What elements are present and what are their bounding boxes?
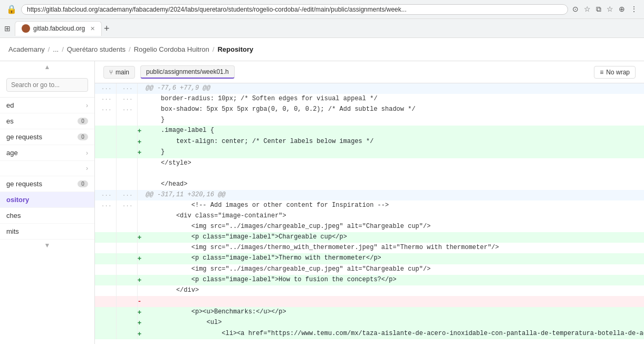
tab-label: gitlab.fabcloud.org — [33, 25, 85, 32]
diff-sign — [137, 190, 141, 200]
branch-selector[interactable]: ⑂ main — [103, 66, 135, 79]
no-wrap-label: No wrap — [606, 69, 630, 76]
diff-table: ... ... @@ -77,6 +77,9 @@ ... ... border… — [95, 83, 644, 339]
bookmark-icon[interactable]: ☆ — [607, 5, 613, 14]
gutter-new: ... — [116, 200, 137, 211]
gutter-new — [116, 115, 137, 126]
gutter-new — [116, 296, 137, 307]
diff-row: </style> — [95, 158, 644, 169]
gutter-old — [95, 147, 116, 158]
sidebar: ▲ ed › es 0 ge requests 0 age › › ge req… — [0, 61, 95, 344]
browser-url[interactable]: https://gitlab.fabcloud.org/academany/fa… — [21, 4, 568, 15]
branch-icon: ⑂ — [109, 69, 113, 76]
sidebar-item-label: mits — [6, 227, 19, 235]
gutter-new — [116, 147, 137, 158]
gutter-old — [95, 275, 116, 286]
sidebar-toggle-icon[interactable]: ⊞ — [4, 24, 11, 33]
diff-sign: + — [137, 147, 141, 158]
breadcrumb-sep1: / — [48, 45, 50, 53]
diff-row-added: + <p><u>Benchmarks:</u></p> — [95, 307, 644, 318]
sidebar-item-label: es — [6, 117, 14, 125]
gutter-new — [116, 264, 137, 275]
diff-code: <li><a href="https://www.temu.com/mx/taz… — [141, 329, 644, 340]
gutter-old — [95, 307, 116, 318]
breadcrumb-more[interactable]: ... — [53, 45, 59, 53]
diff-sign — [137, 83, 141, 94]
diff-sign — [137, 264, 141, 275]
diff-code: <div class="image-container"> — [141, 211, 644, 222]
menu-icon[interactable]: ⋮ — [630, 5, 638, 14]
star-icon[interactable]: ☆ — [584, 5, 591, 14]
sidebar-search-container — [0, 73, 94, 98]
diff-sign: + — [137, 329, 141, 340]
reader-icon[interactable]: ⊙ — [572, 5, 579, 14]
diff-row-added: + <p class="image-label">How to fusion t… — [95, 275, 644, 286]
diff-code: <p class="image-label">Chargeable cup</p… — [141, 232, 644, 243]
breadcrumb-rogelio[interactable]: Rogelio Cordoba Huitron — [134, 45, 209, 53]
diff-row: ... ... box-shadow: 5px 5px 5px rgba(0, … — [95, 104, 644, 115]
diff-viewer[interactable]: ... ... @@ -77,6 +77,9 @@ ... ... border… — [95, 83, 644, 344]
sidebar-item-age[interactable]: age › — [0, 145, 94, 161]
search-input[interactable] — [6, 78, 88, 92]
diff-code: <img src="../images/chargeable_cup.jpeg"… — [141, 222, 644, 232]
diff-code: <!-- Add images or other content for Ins… — [141, 200, 644, 211]
diff-code: </style> — [141, 158, 644, 169]
diff-row-removed: - — [95, 296, 644, 307]
sidebar-item-ge-requests-2[interactable]: ge requests 0 — [0, 176, 94, 192]
profile-icon[interactable]: ⊕ — [619, 5, 625, 14]
lock-icon: 🔒 — [6, 4, 17, 14]
file-path-text: public/assignments/week01.h — [146, 68, 229, 75]
diff-code: box-shadow: 5px 5px 5px rgba(0, 0, 0, 0.… — [141, 104, 644, 115]
sidebar-item-es[interactable]: es 0 — [0, 113, 94, 129]
gutter-old — [95, 158, 116, 169]
diff-row: ... ... border-radius: 10px; /* Soften e… — [95, 94, 644, 104]
diff-sign — [137, 104, 141, 115]
gutter-old — [95, 115, 116, 126]
gutter-old: ... — [95, 83, 116, 94]
tab-bar: ⊞ gitlab.fabcloud.org ✕ + — [0, 19, 644, 38]
gutter-old — [95, 169, 116, 179]
diff-code: @@ -77,6 +77,9 @@ — [141, 83, 644, 94]
sidebar-item-repository[interactable]: ository — [0, 192, 94, 208]
extensions-icon[interactable]: ⧉ — [596, 5, 601, 14]
new-tab-button[interactable]: + — [104, 24, 110, 33]
gutter-new — [116, 222, 137, 232]
sidebar-item-ches[interactable]: ches — [0, 208, 94, 224]
sidebar-item-ge-requests-1[interactable]: ge requests 0 — [0, 129, 94, 145]
gutter-new — [116, 232, 137, 243]
gutter-new — [116, 179, 137, 190]
sidebar-item-label: ository — [6, 196, 29, 204]
gutter-old — [95, 179, 116, 190]
sidebar-item-mits[interactable]: mits — [0, 224, 94, 240]
code-area: ⑂ main public/assignments/week01.h ≡ No … — [95, 61, 644, 344]
sidebar-item-ed[interactable]: ed › — [0, 98, 94, 113]
diff-code: @@ -317,11 +320,16 @@ — [141, 190, 644, 200]
breadcrumb-academany[interactable]: Academany — [8, 45, 45, 53]
sidebar-item-empty[interactable]: › — [0, 161, 94, 176]
sidebar-scroll-up[interactable]: ▲ — [0, 61, 94, 73]
browser-icons: ⊙ ☆ ⧉ ☆ ⊕ ⋮ — [572, 5, 638, 14]
breadcrumb-queretaro[interactable]: Querétaro students — [67, 45, 126, 53]
sidebar-scroll-down[interactable]: ▼ — [0, 240, 94, 251]
file-path-badge[interactable]: public/assignments/week01.h — [140, 65, 235, 79]
no-wrap-button[interactable]: ≡ No wrap — [594, 66, 636, 79]
branch-label: main — [116, 69, 129, 76]
gutter-new — [116, 307, 137, 318]
tab-close[interactable]: ✕ — [90, 25, 95, 32]
diff-code: <p class="image-label">How to fusion the… — [141, 275, 644, 286]
active-tab[interactable]: gitlab.fabcloud.org ✕ — [15, 21, 102, 36]
diff-sign: + — [137, 307, 141, 318]
gutter-old — [95, 285, 116, 296]
diff-sign: + — [137, 126, 141, 137]
gutter-old: ... — [95, 190, 116, 200]
gutter-new — [116, 137, 137, 148]
diff-row: <img src="../images/chargeable_cup.jpeg"… — [95, 264, 644, 275]
diff-row: } — [95, 115, 644, 126]
diff-code: } — [141, 147, 644, 158]
diff-sign — [137, 115, 141, 126]
breadcrumb-sep2: / — [62, 45, 64, 53]
diff-sign — [137, 243, 141, 253]
gutter-new: ... — [116, 104, 137, 115]
tab-favicon — [22, 24, 30, 33]
nav-bar: Academany / ... / Querétaro students / R… — [0, 38, 644, 61]
